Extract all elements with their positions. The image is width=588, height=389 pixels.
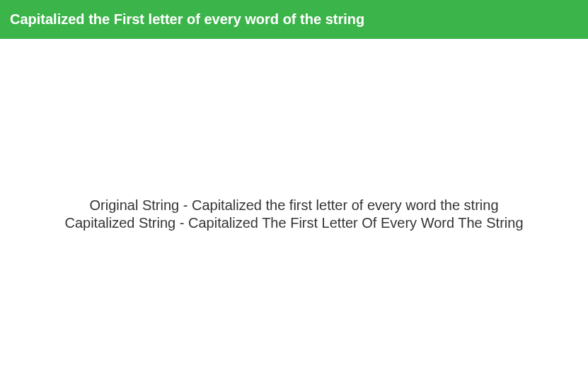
- original-string-label: Original String: [89, 197, 179, 213]
- page-header: Capitalized the First letter of every wo…: [0, 0, 588, 39]
- page-title: Capitalized the First letter of every wo…: [10, 11, 364, 28]
- capitalized-string-line: Capitalized String - Capitalized The Fir…: [64, 215, 523, 231]
- original-string-line: Original String - Capitalized the first …: [89, 197, 498, 214]
- main-content: Original String - Capitalized the first …: [0, 39, 588, 389]
- capitalized-separator: -: [175, 215, 188, 231]
- capitalized-string-value: Capitalized The First Letter Of Every Wo…: [188, 215, 524, 231]
- capitalized-string-label: Capitalized String: [64, 215, 175, 231]
- original-string-value: Capitalized the first letter of every wo…: [192, 197, 499, 213]
- original-separator: -: [179, 197, 192, 213]
